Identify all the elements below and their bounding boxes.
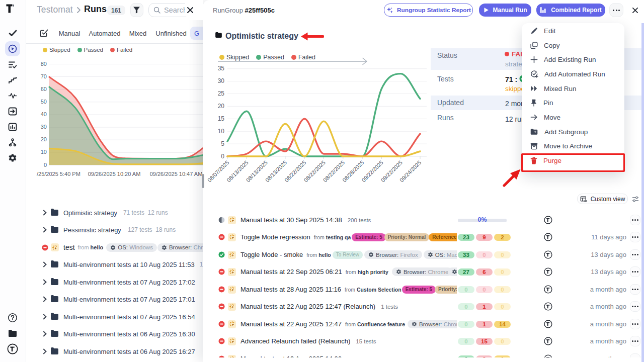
svg-text:0: 0 xyxy=(221,153,224,160)
svg-text:40: 40 xyxy=(41,111,47,117)
svg-text:35: 35 xyxy=(218,65,225,72)
svg-text:50: 50 xyxy=(41,99,47,105)
svg-text:20: 20 xyxy=(41,136,47,142)
svg-text:09/26/2025 10:47 AM: 09/26/2025 10:47 AM xyxy=(150,171,203,177)
svg-text:20: 20 xyxy=(218,103,225,110)
svg-text:10: 10 xyxy=(41,149,47,155)
svg-text:/25/2025 5:40 PM: /25/2025 5:40 PM xyxy=(37,171,80,177)
svg-text:15: 15 xyxy=(218,115,225,122)
svg-text:0: 0 xyxy=(44,162,47,168)
svg-text:10: 10 xyxy=(218,128,225,135)
svg-text:25: 25 xyxy=(218,90,225,97)
svg-text:80: 80 xyxy=(41,61,47,67)
svg-text:30: 30 xyxy=(41,124,47,130)
svg-text:30: 30 xyxy=(218,77,225,84)
svg-text:60: 60 xyxy=(41,86,47,92)
svg-text:09/26/2025 10:20 AM: 09/26/2025 10:20 AM xyxy=(88,171,141,177)
svg-text:70: 70 xyxy=(41,73,47,79)
svg-text:5: 5 xyxy=(221,140,224,147)
